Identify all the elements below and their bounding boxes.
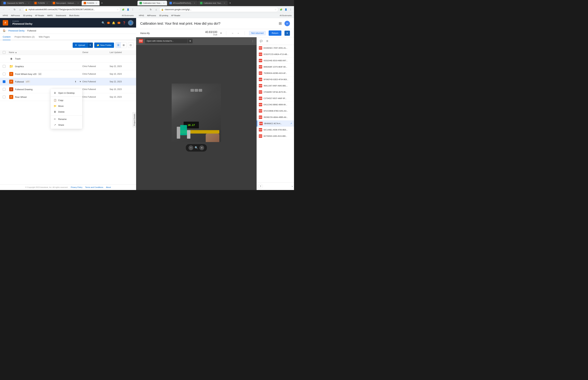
list-view-button[interactable]: ☰ [115, 42, 121, 48]
pdf-open-dropdown-arrow[interactable]: ▼ [188, 39, 193, 43]
submission-item-5[interactable]: PDF 75DB9634-AD9B-4424-AF... [257, 70, 294, 76]
prev-student-button[interactable]: ← [230, 31, 235, 36]
tab-fusion2-close[interactable]: ✕ [95, 2, 97, 4]
new-folder-button[interactable]: 📁 New Folder [94, 42, 114, 48]
score-dropdown-arrow[interactable]: ▼ [220, 32, 222, 34]
search-icon[interactable]: 🔍 [102, 21, 105, 24]
submission-item-2[interactable]: PDF DCE07CCD-A9EA-4713-AB... [257, 51, 294, 57]
bookmark-altprocess[interactable]: AltProcess [10, 14, 21, 17]
right-star-icon[interactable]: ☆ [275, 8, 276, 11]
drawing-checkbox[interactable] [3, 88, 5, 91]
upload-button[interactable]: ⬆ Upload [73, 42, 87, 48]
frontwheel-checkbox[interactable] [3, 73, 5, 75]
right-bookmark-altprocess[interactable]: AltProcess [146, 14, 158, 17]
bookmarks-more-left[interactable]: All Bookmarks [121, 14, 135, 17]
rearwheel-checkbox[interactable] [3, 95, 5, 98]
right-new-tab-button[interactable]: + [228, 1, 232, 5]
submission-item-4[interactable]: PDF 8880A6BF-2CF9-4B3F-9D... [257, 64, 294, 70]
right-home-button[interactable]: ⌂ [154, 7, 159, 12]
file-row-fullwood[interactable]: F Fullwood v77 ⬇ ▼ Chris Fullwood Sep 22… [0, 78, 136, 86]
submission-item-1[interactable]: PDF E534E5EC-7D97-4D91-A1... [257, 45, 294, 51]
submission-item-7[interactable]: PDF 48A11367-940F-49A5-BB1... [257, 83, 294, 89]
name-column-header[interactable]: Name ▲ [9, 51, 82, 54]
return-button[interactable]: Return [269, 30, 281, 36]
reload-button[interactable]: ↻ [12, 7, 17, 12]
tab-classwork[interactable]: Classwork for MAPS Engi... ✕ [1, 1, 32, 5]
submission-item-12[interactable]: PDF 35D9EC55-ABA4-4BB5-A6... [257, 114, 294, 120]
file-row-trash[interactable]: 🗑 Trash [0, 55, 136, 63]
tab-fusion2[interactable]: FUSION ✕ [82, 1, 100, 5]
bell-icon[interactable]: 🔔 [112, 21, 115, 24]
list-icon-button[interactable]: ☰ [265, 38, 270, 43]
pdf-open-dropdown[interactable]: Open with Adobe Acrobat fo... ▼ [145, 39, 193, 43]
upload-dropdown-button[interactable]: ▼ [87, 42, 93, 48]
right-bookmark-3dprinting[interactable]: 3D printing [158, 14, 170, 17]
home-button[interactable]: ⌂ [18, 7, 22, 12]
right-address-bar[interactable]: 🔒 classroom.google.com/g/tg/... ☆ [159, 7, 278, 12]
tab-project-members[interactable]: Project Members (2) [15, 34, 35, 40]
classroom-grid-icon[interactable]: ⊞ [279, 21, 282, 26]
ctx-open-desktop[interactable]: 🖥 Open in Desktop [51, 90, 82, 96]
file-row-graphics[interactable]: 📁 Graphics Chris Fullwood Sep 22, 2023 [0, 63, 136, 70]
right-extensions-icon[interactable]: 🧩 [279, 7, 283, 12]
bookmark-3dprinting[interactable]: 3D printing [22, 14, 33, 17]
right-tab-cal2[interactable]: Calibration test: Your... ✕ [198, 1, 228, 5]
right-back-button[interactable]: ← [137, 7, 142, 12]
footer-about-link[interactable]: About [106, 186, 111, 188]
return-dropdown-button[interactable]: ▼ [285, 31, 290, 36]
bookmark-blurb[interactable]: Blurb Books [68, 14, 81, 17]
bookmark-skateboards[interactable]: Skateboards [54, 14, 68, 17]
sub-link-icon-13[interactable]: ↗ [290, 122, 292, 125]
bookmark-apreader[interactable]: AP Reader [34, 14, 46, 17]
sidebar-toggle-button[interactable]: ⊡ [128, 42, 133, 48]
submission-item-10[interactable]: PDF D411C942-BB6E-4B99-89... [257, 102, 294, 108]
submission-item-14[interactable]: PDF 92C149E1-4038-4783-BE6... [257, 127, 294, 133]
graphics-name-text[interactable]: Graphics [15, 65, 24, 68]
help-icon[interactable]: ❓ [122, 21, 126, 24]
classroom-user-avatar[interactable]: H [285, 21, 290, 26]
ctx-copy[interactable]: 📋 Copy [51, 97, 82, 103]
tab-wiki-pages[interactable]: Wiki Pages [39, 34, 50, 40]
footer-terms-link[interactable]: Terms and Conditions [85, 186, 103, 188]
right-profile-icon[interactable]: 👤 [284, 7, 288, 12]
extensions-icon[interactable]: 🧩 [121, 7, 125, 12]
right-tab-cal1-close[interactable]: ✕ [163, 2, 165, 4]
user-avatar[interactable]: 👤 [128, 20, 133, 25]
tab-content[interactable]: Content [3, 34, 11, 40]
next-student-button[interactable]: → [236, 31, 241, 36]
submission-item-15[interactable]: PDF 6D759593-1695-4515-888... [257, 133, 294, 139]
submission-item-11[interactable]: PDF DF2CDB5B-87BD-4291-A3... [257, 108, 294, 114]
frontwheel-name-text[interactable]: Front Wheel Assy v20 [15, 73, 37, 75]
submission-item-13[interactable]: PDF 0B4868CC-9C7A-4... ↗ [257, 120, 294, 127]
fullwood-checkbox[interactable] [3, 80, 5, 83]
graphics-checkbox[interactable] [3, 65, 5, 68]
ctx-delete[interactable]: 🗑 Delete [51, 109, 82, 115]
tab-fusion1[interactable]: FUSION ✕ [32, 1, 50, 5]
drawing-name-text[interactable]: Fullwood Drawing [15, 88, 33, 91]
ctx-share[interactable]: ↗ Share [51, 122, 82, 128]
address-bar[interactable]: 🔒 myhub.autodesk360.com/ue291770e/g/proj… [23, 7, 120, 12]
help-button[interactable]: ? [258, 184, 263, 189]
submission-item-8[interactable]: PDF CF0A8957-DF3A-4E70-95... [257, 89, 294, 95]
menu-icon[interactable]: ⋮ [131, 7, 135, 12]
submission-item-6[interactable]: PDF 5F09EF4D-02ED-4F34-9E8... [257, 76, 294, 83]
fullwood-more-button[interactable]: ▼ [78, 80, 82, 84]
right-tab-cal2-close[interactable]: ✕ [223, 2, 226, 4]
breadcrumb-project-link[interactable]: Pinewood Derby [8, 29, 24, 32]
tab-instructables[interactable]: New project - Instructables ✕ [51, 1, 81, 5]
right-forward-button[interactable]: → [143, 7, 148, 12]
bookmark-hphs[interactable]: HPHS [1, 14, 9, 17]
tab-fusion1-close[interactable]: ✕ [46, 2, 48, 4]
right-menu-icon[interactable]: ⋮ [288, 7, 293, 12]
project-details-tab[interactable]: Project Details [133, 112, 136, 127]
select-all-checkbox[interactable] [3, 51, 5, 54]
ctx-move[interactable]: 📁 Move [51, 103, 82, 109]
submission-item-3[interactable]: PDF 4331E44E-0D19-46B3-897... [257, 57, 294, 64]
forward-button[interactable]: → [7, 7, 12, 12]
pdf-more-button[interactable]: ⋮ [251, 39, 255, 43]
footer-privacy-link[interactable]: Privacy Policy [71, 186, 82, 188]
rearwheel-name-text[interactable]: Rear Wheel [15, 96, 27, 98]
grid-view-button[interactable]: ⊞ [121, 42, 126, 48]
zoom-out-button[interactable]: − [189, 145, 193, 150]
right-tab-ap[interactable]: APznzaZBr6PkUOcQ... ✕ [167, 1, 198, 5]
